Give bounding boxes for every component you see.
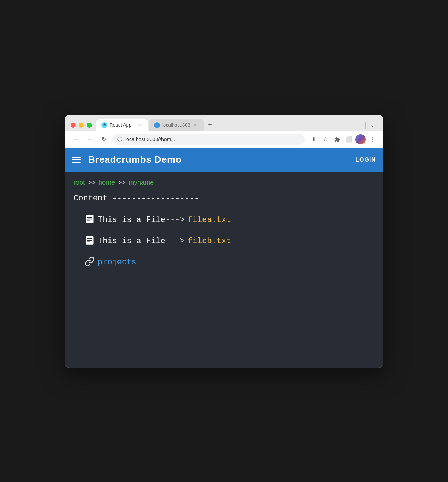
react-icon: ⚛ bbox=[101, 122, 107, 128]
back-button[interactable]: ← bbox=[71, 134, 81, 144]
breadcrumb-root[interactable]: root bbox=[74, 179, 85, 187]
tab-close-localhost[interactable]: × bbox=[193, 122, 198, 128]
app-navbar: Breadcrumbs Demo LOGIN bbox=[65, 148, 383, 172]
file-icon-b bbox=[85, 235, 95, 248]
tab-localhost-label: localhost:808 bbox=[162, 122, 190, 128]
login-button[interactable]: LOGIN bbox=[355, 157, 376, 163]
svg-rect-2 bbox=[87, 218, 92, 219]
tab-react-app-label: React App bbox=[109, 122, 134, 128]
breadcrumb-separator-2: >> bbox=[118, 179, 126, 187]
close-button[interactable] bbox=[71, 123, 76, 128]
browser-window: ⚛ React App × 🌐 localhost:808 × + ⌄ ← → … bbox=[65, 115, 383, 368]
breadcrumb-myname[interactable]: myname bbox=[128, 179, 154, 187]
folder-projects-link[interactable]: projects bbox=[98, 258, 137, 267]
add-tab-button[interactable]: + bbox=[205, 120, 215, 130]
content-label: Content ------------------ bbox=[74, 194, 374, 203]
sidebar-button[interactable]: ⬜ bbox=[344, 134, 354, 144]
browser-navbar: ← → ↻ ⓘ localhost:3000//hom... ⬆ ☆ ⬜ ⋮ bbox=[65, 131, 383, 148]
breadcrumb-home[interactable]: home bbox=[98, 179, 115, 187]
maximize-button[interactable] bbox=[87, 123, 92, 128]
extensions-button[interactable] bbox=[332, 134, 342, 144]
browser-titlebar: ⚛ React App × 🌐 localhost:808 × + ⌄ bbox=[65, 115, 383, 131]
file-icon-a bbox=[85, 214, 95, 226]
hamburger-menu-button[interactable] bbox=[72, 157, 81, 163]
tab-separator bbox=[365, 122, 366, 129]
svg-rect-6 bbox=[87, 240, 92, 240]
tab-close-react-app[interactable]: × bbox=[137, 122, 142, 128]
file-list: This is a File--->filea.txt This is a Fi… bbox=[74, 214, 374, 269]
address-bar[interactable]: ⓘ localhost:3000//hom... bbox=[112, 134, 305, 145]
app-title: Breadcrumbs Demo bbox=[88, 154, 182, 165]
lock-icon: ⓘ bbox=[117, 136, 122, 143]
tabs-bar: ⚛ React App × 🌐 localhost:808 × + ⌄ bbox=[96, 119, 377, 131]
svg-rect-3 bbox=[87, 220, 90, 221]
content-area: Content ------------------ This is a Fil… bbox=[65, 190, 383, 280]
avatar[interactable] bbox=[355, 134, 366, 144]
tab-localhost[interactable]: 🌐 localhost:808 × bbox=[149, 119, 204, 131]
svg-rect-5 bbox=[87, 238, 92, 239]
reload-button[interactable]: ↻ bbox=[98, 134, 109, 144]
file-b-prefix: This is a File---> bbox=[98, 237, 185, 246]
bookmark-button[interactable]: ☆ bbox=[320, 134, 331, 144]
breadcrumbs: root >> home >> myname bbox=[65, 172, 383, 190]
file-b-link[interactable]: fileb.txt bbox=[188, 237, 231, 246]
globe-icon: 🌐 bbox=[154, 122, 160, 128]
nav-actions: ⬆ ☆ ⬜ ⋮ bbox=[309, 134, 377, 144]
address-text: localhost:3000//hom... bbox=[125, 136, 300, 142]
more-button[interactable]: ⋮ bbox=[367, 134, 377, 144]
svg-rect-1 bbox=[87, 217, 92, 218]
file-item-b: This is a File--->fileb.txt bbox=[85, 235, 374, 248]
file-a-prefix: This is a File---> bbox=[98, 215, 185, 225]
share-button[interactable]: ⬆ bbox=[309, 134, 319, 144]
folder-item-projects: projects bbox=[85, 256, 374, 269]
forward-button[interactable]: → bbox=[85, 134, 95, 144]
file-item-a: This is a File--->filea.txt bbox=[85, 214, 374, 226]
app-nav-left: Breadcrumbs Demo bbox=[72, 154, 182, 165]
app-content: Breadcrumbs Demo LOGIN root >> home >> m… bbox=[65, 148, 383, 368]
tab-dropdown-button[interactable]: ⌄ bbox=[367, 120, 377, 130]
svg-rect-7 bbox=[87, 241, 90, 242]
link-icon-projects bbox=[85, 256, 95, 269]
breadcrumb-separator-1: >> bbox=[88, 179, 96, 187]
traffic-lights bbox=[71, 123, 92, 128]
tab-react-app[interactable]: ⚛ React App × bbox=[96, 119, 148, 131]
file-a-link[interactable]: filea.txt bbox=[188, 215, 231, 225]
minimize-button[interactable] bbox=[79, 123, 84, 128]
